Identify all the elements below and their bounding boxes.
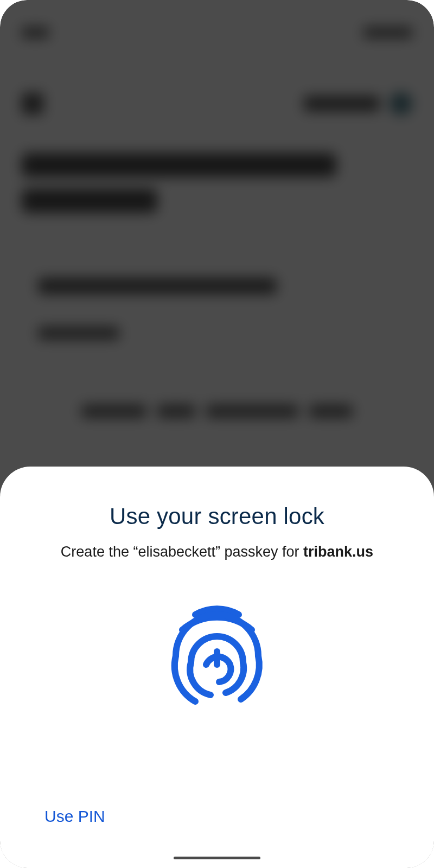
device-frame: Use your screen lock Create the “elisabe… [0, 0, 434, 868]
sheet-footer: Use PIN [0, 803, 434, 830]
fingerprint-icon[interactable] [163, 604, 271, 723]
use-pin-button[interactable]: Use PIN [42, 803, 107, 830]
screen-lock-bottom-sheet: Use your screen lock Create the “elisabe… [0, 467, 434, 868]
subtitle-username: elisabeckett [138, 544, 215, 560]
subtitle-mid: ” passkey for [215, 544, 303, 560]
home-indicator[interactable] [174, 857, 260, 859]
subtitle-prefix: Create the “ [61, 544, 138, 560]
sheet-subtitle: Create the “elisabeckett” passkey for tr… [61, 544, 373, 560]
subtitle-domain: tribank.us [303, 544, 373, 560]
sheet-title: Use your screen lock [110, 503, 324, 529]
